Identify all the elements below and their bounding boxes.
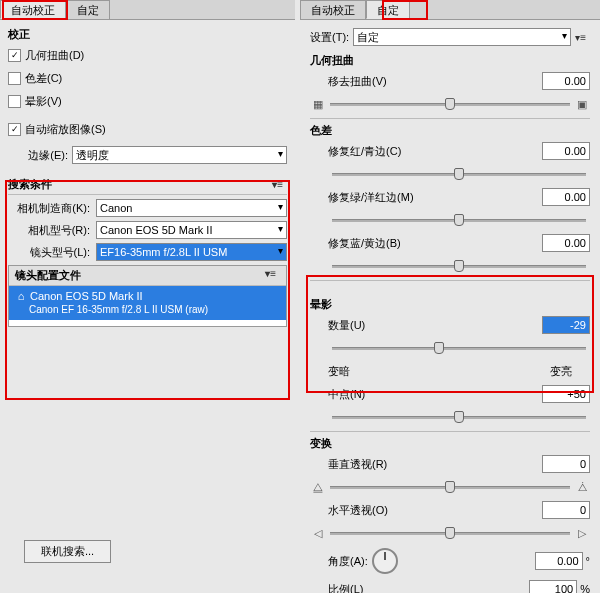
correction-title: 校正 [8, 27, 30, 42]
lens-select[interactable]: EF16-35mm f/2.8L II USM [96, 243, 287, 261]
right-tabs: 自动校正 自定 [300, 0, 600, 20]
gm-input[interactable] [542, 188, 590, 206]
angle-label: 角度(A): [328, 554, 368, 569]
setting-select[interactable]: 自定 [353, 28, 571, 46]
chroma-label: 色差(C) [25, 71, 62, 86]
hpersp-slider[interactable] [330, 525, 570, 541]
highlight-custom-tab [382, 0, 428, 20]
angle-dial[interactable] [372, 548, 398, 574]
hpersp-label: 水平透视(O) [328, 503, 538, 518]
autoscale-checkbox[interactable]: ✓ [8, 123, 21, 136]
edge-label: 边缘(E): [8, 148, 68, 163]
geom-title: 几何扭曲 [310, 53, 354, 68]
scale-unit: % [580, 583, 590, 593]
vpersp-slider[interactable] [330, 479, 570, 495]
remove-slider[interactable] [330, 96, 570, 112]
highlight-auto-tab [2, 0, 68, 20]
highlight-vignette [306, 275, 594, 393]
maker-select[interactable]: Canon [96, 199, 287, 217]
online-search-button[interactable]: 联机搜索... [24, 540, 111, 563]
vpersp-icon-2: ⧊ [574, 478, 590, 496]
rc-slider[interactable] [332, 166, 586, 182]
chroma-checkbox[interactable] [8, 72, 21, 85]
midpoint-slider[interactable] [332, 409, 586, 425]
rc-label: 修复红/青边(C) [328, 144, 538, 159]
autoscale-label: 自动缩放图像(S) [25, 122, 106, 137]
gm-slider[interactable] [332, 212, 586, 228]
grid-icon: ▦ [310, 95, 326, 113]
angle-unit: ° [586, 555, 590, 567]
scale-label: 比例(L) [328, 582, 525, 594]
chroma-title: 色差 [310, 123, 332, 138]
hpersp-icon-1: ◁ [310, 524, 326, 542]
geom-label: 几何扭曲(D) [25, 48, 84, 63]
by-label: 修复蓝/黄边(B) [328, 236, 538, 251]
by-slider[interactable] [332, 258, 586, 274]
vpersp-input[interactable] [542, 455, 590, 473]
remove-input[interactable] [542, 72, 590, 90]
scale-input[interactable] [529, 580, 577, 593]
grid-icon-2: ▣ [574, 95, 590, 113]
vpersp-label: 垂直透视(R) [328, 457, 538, 472]
vignette-checkbox[interactable] [8, 95, 21, 108]
by-input[interactable] [542, 234, 590, 252]
setting-menu-icon[interactable]: ▾≡ [571, 32, 590, 43]
amount-slider[interactable] [332, 340, 586, 356]
edge-select[interactable]: 透明度 [72, 146, 287, 164]
vignette-label: 晕影(V) [25, 94, 62, 109]
model-select[interactable]: Canon EOS 5D Mark II [96, 221, 287, 239]
tab-custom-left[interactable]: 自定 [66, 0, 110, 19]
hpersp-input[interactable] [542, 501, 590, 519]
setting-label: 设置(T): [310, 30, 349, 45]
angle-input[interactable] [535, 552, 583, 570]
geom-checkbox[interactable]: ✓ [8, 49, 21, 62]
hpersp-icon-2: ▷ [574, 524, 590, 542]
tab-auto-right[interactable]: 自动校正 [300, 0, 366, 19]
rc-input[interactable] [542, 142, 590, 160]
vpersp-icon-1: ⧋ [310, 478, 326, 496]
remove-label: 移去扭曲(V) [328, 74, 538, 89]
transform-title: 变换 [310, 436, 332, 451]
gm-label: 修复绿/洋红边(M) [328, 190, 538, 205]
